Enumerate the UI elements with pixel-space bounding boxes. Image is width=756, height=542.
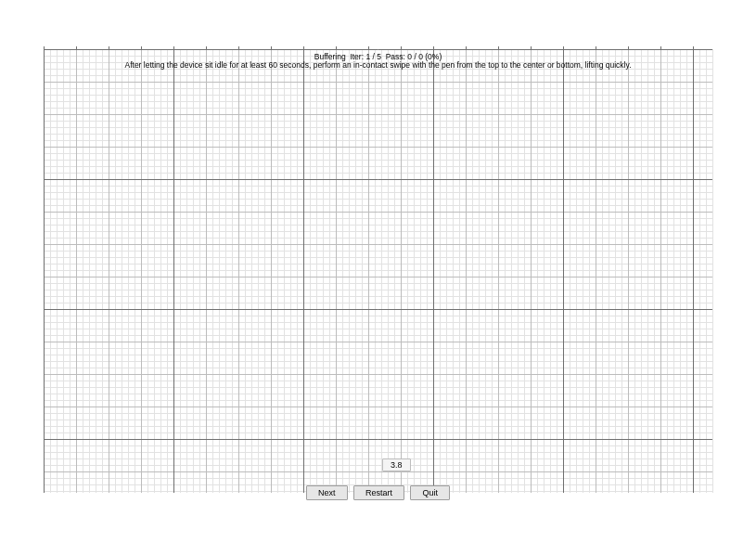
quit-button[interactable]: Quit [410,485,450,500]
iteration-readout: 3.8 [382,458,411,471]
button-bar: Next Restart Quit [0,483,756,500]
test-grid-canvas[interactable] [0,0,756,542]
next-button[interactable]: Next [306,485,348,500]
status-bar: Buffering Iter: 1 / 5 Pass: 0 / 0 (0%) A… [0,53,756,71]
restart-button[interactable]: Restart [353,485,404,500]
instruction-text: After letting the device sit idle for at… [0,61,756,70]
